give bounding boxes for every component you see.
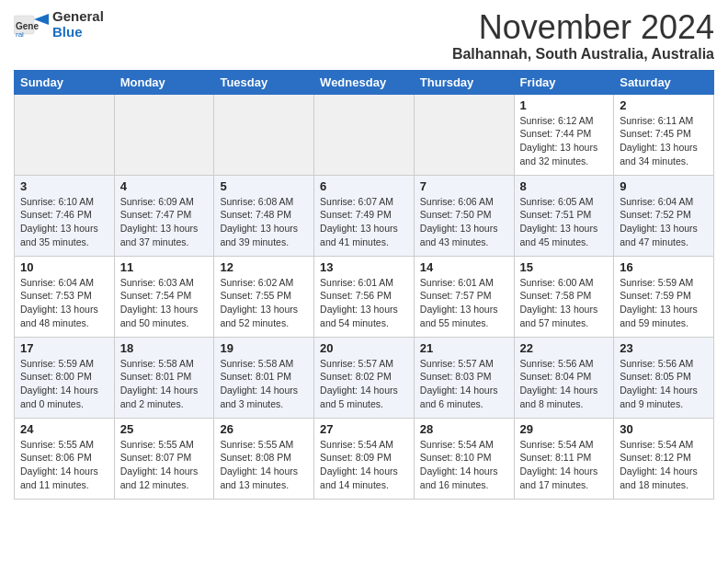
table-row: 19Sunrise: 5:58 AM Sunset: 8:01 PM Dayli… (214, 337, 314, 418)
day-info: Sunrise: 6:01 AM Sunset: 7:57 PM Dayligh… (420, 276, 508, 330)
table-row: 27Sunrise: 5:54 AM Sunset: 8:09 PM Dayli… (314, 418, 415, 499)
day-number: 18 (120, 341, 209, 355)
day-info: Sunrise: 6:01 AM Sunset: 7:56 PM Dayligh… (320, 276, 408, 330)
day-info: Sunrise: 6:11 AM Sunset: 7:45 PM Dayligh… (620, 114, 708, 168)
table-row: 10Sunrise: 6:04 AM Sunset: 7:53 PM Dayli… (15, 256, 115, 337)
day-number: 24 (20, 422, 108, 436)
day-info: Sunrise: 6:03 AM Sunset: 7:54 PM Dayligh… (120, 276, 209, 330)
day-number: 9 (620, 179, 708, 193)
day-info: Sunrise: 6:07 AM Sunset: 7:49 PM Dayligh… (320, 195, 408, 249)
table-row: 16Sunrise: 5:59 AM Sunset: 7:59 PM Dayli… (614, 256, 714, 337)
day-number: 10 (20, 260, 108, 274)
month-title: November 2024 (452, 9, 714, 46)
table-row: 14Sunrise: 6:01 AM Sunset: 7:57 PM Dayli… (414, 256, 514, 337)
calendar-week-row: 17Sunrise: 5:59 AM Sunset: 8:00 PM Dayli… (15, 337, 714, 418)
day-info: Sunrise: 6:05 AM Sunset: 7:51 PM Dayligh… (520, 195, 609, 249)
table-row: 4Sunrise: 6:09 AM Sunset: 7:47 PM Daylig… (114, 175, 214, 256)
day-number: 19 (220, 341, 308, 355)
day-info: Sunrise: 5:59 AM Sunset: 7:59 PM Dayligh… (620, 276, 708, 330)
logo-icon: Gene ral (14, 12, 49, 38)
day-info: Sunrise: 5:58 AM Sunset: 8:01 PM Dayligh… (220, 357, 308, 411)
day-number: 16 (620, 260, 708, 274)
day-number: 20 (320, 341, 408, 355)
day-info: Sunrise: 6:00 AM Sunset: 7:58 PM Dayligh… (520, 276, 609, 330)
day-number: 21 (420, 341, 508, 355)
svg-text:ral: ral (16, 30, 24, 38)
col-tuesday: Tuesday (214, 70, 314, 94)
day-info: Sunrise: 5:55 AM Sunset: 8:08 PM Dayligh… (220, 438, 308, 492)
day-number: 1 (520, 98, 609, 112)
location-title: Balhannah, South Australia, Australia (452, 46, 714, 63)
table-row: 22Sunrise: 5:56 AM Sunset: 8:04 PM Dayli… (514, 337, 614, 418)
table-row: 25Sunrise: 5:55 AM Sunset: 8:07 PM Dayli… (114, 418, 214, 499)
table-row: 3Sunrise: 6:10 AM Sunset: 7:46 PM Daylig… (15, 175, 115, 256)
day-number: 14 (420, 260, 508, 274)
day-number: 27 (320, 422, 408, 436)
table-row: 29Sunrise: 5:54 AM Sunset: 8:11 PM Dayli… (514, 418, 614, 499)
table-row: 15Sunrise: 6:00 AM Sunset: 7:58 PM Dayli… (514, 256, 614, 337)
title-area: November 2024 Balhannah, South Australia… (452, 9, 714, 63)
table-row: 24Sunrise: 5:55 AM Sunset: 8:06 PM Dayli… (15, 418, 115, 499)
table-row: 28Sunrise: 5:54 AM Sunset: 8:10 PM Dayli… (414, 418, 514, 499)
table-row: 23Sunrise: 5:56 AM Sunset: 8:05 PM Dayli… (614, 337, 714, 418)
day-info: Sunrise: 5:58 AM Sunset: 8:01 PM Dayligh… (120, 357, 209, 411)
day-info: Sunrise: 6:04 AM Sunset: 7:53 PM Dayligh… (20, 276, 108, 330)
day-number: 26 (220, 422, 308, 436)
calendar-week-row: 10Sunrise: 6:04 AM Sunset: 7:53 PM Dayli… (15, 256, 714, 337)
col-saturday: Saturday (614, 70, 714, 94)
day-number: 11 (120, 260, 209, 274)
day-number: 7 (420, 179, 508, 193)
table-row: 12Sunrise: 6:02 AM Sunset: 7:55 PM Dayli… (214, 256, 314, 337)
day-info: Sunrise: 5:59 AM Sunset: 8:00 PM Dayligh… (20, 357, 108, 411)
day-info: Sunrise: 5:55 AM Sunset: 8:06 PM Dayligh… (20, 438, 108, 492)
day-info: Sunrise: 6:02 AM Sunset: 7:55 PM Dayligh… (220, 276, 308, 330)
day-number: 13 (320, 260, 408, 274)
day-number: 12 (220, 260, 308, 274)
table-row (314, 94, 415, 175)
table-row (214, 94, 314, 175)
table-row: 21Sunrise: 5:57 AM Sunset: 8:03 PM Dayli… (414, 337, 514, 418)
day-info: Sunrise: 5:57 AM Sunset: 8:03 PM Dayligh… (420, 357, 508, 411)
col-monday: Monday (114, 70, 214, 94)
day-info: Sunrise: 5:56 AM Sunset: 8:05 PM Dayligh… (620, 357, 708, 411)
table-row: 30Sunrise: 5:54 AM Sunset: 8:12 PM Dayli… (614, 418, 714, 499)
table-row (414, 94, 514, 175)
table-row: 1Sunrise: 6:12 AM Sunset: 7:44 PM Daylig… (514, 94, 614, 175)
day-info: Sunrise: 5:54 AM Sunset: 8:10 PM Dayligh… (420, 438, 508, 492)
table-row (15, 94, 115, 175)
day-number: 25 (120, 422, 209, 436)
day-info: Sunrise: 5:55 AM Sunset: 8:07 PM Dayligh… (120, 438, 209, 492)
day-info: Sunrise: 5:54 AM Sunset: 8:09 PM Dayligh… (320, 438, 408, 492)
header-row: Sunday Monday Tuesday Wednesday Thursday… (15, 70, 714, 94)
day-info: Sunrise: 6:04 AM Sunset: 7:52 PM Dayligh… (620, 195, 708, 249)
day-info: Sunrise: 5:54 AM Sunset: 8:11 PM Dayligh… (520, 438, 609, 492)
day-info: Sunrise: 6:12 AM Sunset: 7:44 PM Dayligh… (520, 114, 609, 168)
logo-area: Gene ral General Blue (14, 9, 104, 40)
day-info: Sunrise: 5:54 AM Sunset: 8:12 PM Dayligh… (620, 438, 708, 492)
calendar-week-row: 3Sunrise: 6:10 AM Sunset: 7:46 PM Daylig… (15, 175, 714, 256)
table-row: 26Sunrise: 5:55 AM Sunset: 8:08 PM Dayli… (214, 418, 314, 499)
calendar-table: Sunday Monday Tuesday Wednesday Thursday… (14, 70, 714, 500)
day-number: 23 (620, 341, 708, 355)
day-number: 4 (120, 179, 209, 193)
header: Gene ral General Blue November 2024 Balh… (14, 9, 714, 63)
day-number: 17 (20, 341, 108, 355)
day-number: 8 (520, 179, 609, 193)
table-row: 9Sunrise: 6:04 AM Sunset: 7:52 PM Daylig… (614, 175, 714, 256)
day-number: 30 (620, 422, 708, 436)
day-info: Sunrise: 6:08 AM Sunset: 7:48 PM Dayligh… (220, 195, 308, 249)
day-info: Sunrise: 5:57 AM Sunset: 8:02 PM Dayligh… (320, 357, 408, 411)
day-number: 5 (220, 179, 308, 193)
logo-row: Gene ral General Blue (14, 9, 104, 40)
table-row: 7Sunrise: 6:06 AM Sunset: 7:50 PM Daylig… (414, 175, 514, 256)
table-row: 5Sunrise: 6:08 AM Sunset: 7:48 PM Daylig… (214, 175, 314, 256)
table-row: 6Sunrise: 6:07 AM Sunset: 7:49 PM Daylig… (314, 175, 415, 256)
table-row (114, 94, 214, 175)
table-row: 2Sunrise: 6:11 AM Sunset: 7:45 PM Daylig… (614, 94, 714, 175)
logo-general: General (52, 8, 104, 24)
table-row: 20Sunrise: 5:57 AM Sunset: 8:02 PM Dayli… (314, 337, 415, 418)
col-friday: Friday (514, 70, 614, 94)
calendar-week-row: 24Sunrise: 5:55 AM Sunset: 8:06 PM Dayli… (15, 418, 714, 499)
day-number: 22 (520, 341, 609, 355)
col-thursday: Thursday (414, 70, 514, 94)
